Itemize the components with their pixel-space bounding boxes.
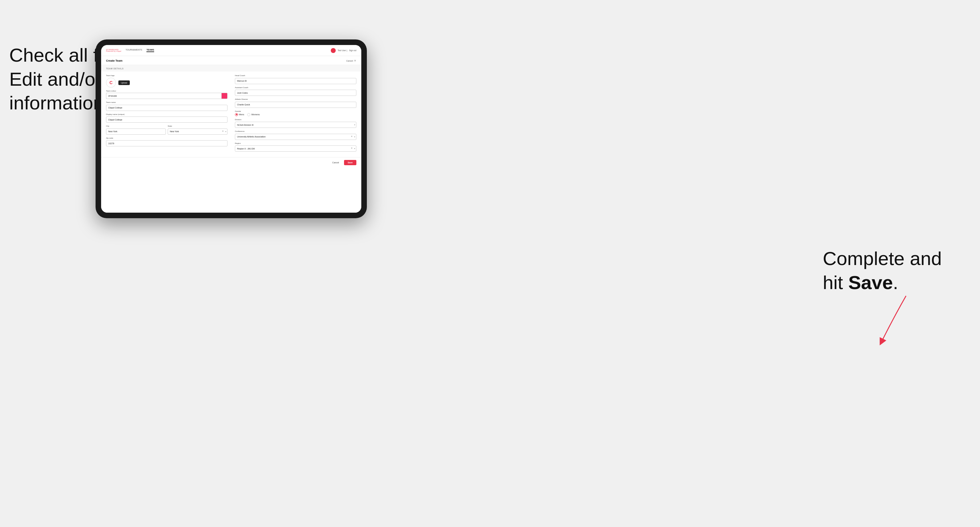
page-title: Create Team bbox=[106, 59, 123, 62]
team-logo-section: Team logo C Upload bbox=[106, 75, 228, 87]
page-header: Create Team Cancel ✕ bbox=[101, 56, 361, 65]
footer-save-button[interactable]: Save bbox=[344, 160, 356, 165]
zip-group: Zip code bbox=[106, 137, 228, 147]
right-arrow-annotation bbox=[857, 293, 918, 354]
gender-womens-radio[interactable] bbox=[247, 113, 250, 116]
nav-logo-sub: Powered by clippd bbox=[106, 51, 121, 52]
form-footer: Cancel Save bbox=[101, 157, 361, 168]
conference-select[interactable]: University Athletic Association bbox=[235, 134, 356, 140]
athletic-director-input[interactable] bbox=[235, 102, 356, 108]
instruction-right-bold: Save bbox=[848, 272, 893, 293]
colour-input-row bbox=[106, 93, 228, 99]
zip-input[interactable] bbox=[106, 140, 228, 146]
nav-user-text: Test User | bbox=[337, 49, 347, 51]
division-select-wrap: NCAA Division III ▾ bbox=[235, 121, 356, 128]
region-group: Region Region II - (M) DIII ✕ ▾ bbox=[235, 142, 356, 152]
region-clear-icon[interactable]: ✕ bbox=[351, 147, 353, 149]
gender-mens-label: Mens bbox=[239, 113, 244, 116]
page-cancel-area[interactable]: Cancel ✕ bbox=[346, 59, 356, 62]
state-group: State ✕ ▾ bbox=[168, 125, 228, 135]
display-name-group: Display name (unique) bbox=[106, 113, 228, 123]
city-state-row: City State ✕ ▾ bbox=[106, 125, 228, 135]
city-label: City bbox=[106, 125, 166, 127]
instruction-right: Complete and hit Save. bbox=[823, 246, 964, 294]
conference-clear-icon[interactable]: ✕ bbox=[351, 135, 353, 138]
gender-group: Gender Mens Womens bbox=[235, 110, 356, 116]
assistant-coach-label: Assistant Coach bbox=[235, 87, 356, 89]
team-colour-input[interactable] bbox=[106, 93, 221, 99]
tablet-frame: SCOREBOARD Powered by clippd TOURNAMENTS… bbox=[95, 40, 367, 218]
logo-circle: C bbox=[106, 78, 116, 87]
form-right-col: Head Coach Assistant Coach Athletic Dire… bbox=[235, 75, 356, 154]
team-name-input[interactable] bbox=[106, 105, 228, 111]
team-logo-label: Team logo bbox=[106, 75, 228, 76]
nav-signout[interactable]: Sign out bbox=[349, 49, 356, 51]
region-select[interactable]: Region II - (M) DIII bbox=[235, 146, 356, 152]
form-left-col: Team logo C Upload Team colour bbox=[106, 75, 228, 154]
team-colour-label: Team colour bbox=[106, 90, 228, 92]
state-dropdown-icon[interactable]: ▾ bbox=[225, 130, 226, 132]
division-select[interactable]: NCAA Division III bbox=[235, 122, 356, 128]
head-coach-group: Head Coach bbox=[235, 75, 356, 84]
team-name-group: Team name bbox=[106, 102, 228, 111]
conference-select-wrap: University Athletic Association ✕ ▾ bbox=[235, 133, 356, 140]
nav-links: TOURNAMENTS TEAMS bbox=[126, 49, 154, 52]
division-group: Division NCAA Division III ▾ bbox=[235, 119, 356, 128]
footer-cancel-button[interactable]: Cancel bbox=[330, 160, 342, 165]
head-coach-input[interactable] bbox=[235, 78, 356, 84]
nav-right: Test User | Sign out bbox=[331, 48, 356, 53]
state-label: State bbox=[168, 125, 228, 127]
city-group: City bbox=[106, 125, 166, 135]
page-cancel-label: Cancel bbox=[346, 60, 353, 62]
logo-letter: C bbox=[110, 80, 113, 85]
section-label: TEAM DETAILS bbox=[101, 65, 361, 71]
athletic-director-label: Athletic Director bbox=[235, 98, 356, 100]
division-label: Division bbox=[235, 119, 356, 121]
gender-womens-option[interactable]: Womens bbox=[247, 113, 260, 116]
gender-womens-label: Womens bbox=[251, 113, 260, 116]
instruction-right-suffix: . bbox=[893, 272, 898, 293]
nav-logo: SCOREBOARD Powered by clippd bbox=[106, 49, 121, 52]
conference-group: Conference University Athletic Associati… bbox=[235, 130, 356, 140]
team-name-label: Team name bbox=[106, 102, 228, 103]
navbar: SCOREBOARD Powered by clippd TOURNAMENTS… bbox=[101, 45, 361, 56]
display-name-label: Display name (unique) bbox=[106, 113, 228, 115]
team-colour-group: Team colour bbox=[106, 90, 228, 99]
athletic-director-group: Athletic Director bbox=[235, 98, 356, 108]
nav-avatar bbox=[331, 48, 336, 53]
main-content: Create Team Cancel ✕ TEAM DETAILS Team l… bbox=[101, 56, 361, 213]
upload-button[interactable]: Upload bbox=[118, 81, 130, 85]
gender-mens-option[interactable]: Mens bbox=[235, 113, 244, 116]
nav-link-teams[interactable]: TEAMS bbox=[146, 49, 154, 52]
form-body: Team logo C Upload Team colour bbox=[101, 71, 361, 157]
gender-label: Gender bbox=[235, 110, 356, 112]
head-coach-label: Head Coach bbox=[235, 75, 356, 76]
zip-label: Zip code bbox=[106, 137, 228, 139]
state-input[interactable] bbox=[168, 129, 228, 135]
state-input-wrap: ✕ ▾ bbox=[168, 128, 228, 135]
assistant-coach-group: Assistant Coach bbox=[235, 87, 356, 96]
gender-mens-radio[interactable] bbox=[235, 113, 238, 116]
colour-swatch[interactable] bbox=[221, 93, 228, 99]
region-label: Region bbox=[235, 142, 356, 144]
tablet-screen: SCOREBOARD Powered by clippd TOURNAMENTS… bbox=[101, 45, 361, 213]
region-select-wrap: Region II - (M) DIII ✕ ▾ bbox=[235, 145, 356, 152]
city-input[interactable] bbox=[106, 129, 166, 135]
conference-label: Conference bbox=[235, 130, 356, 132]
page-cancel-x-icon: ✕ bbox=[354, 59, 356, 62]
gender-row: Mens Womens bbox=[235, 113, 356, 116]
state-clear-icon[interactable]: ✕ bbox=[222, 130, 224, 133]
logo-preview-row: C Upload bbox=[106, 78, 228, 87]
nav-link-tournaments[interactable]: TOURNAMENTS bbox=[126, 49, 142, 52]
display-name-input[interactable] bbox=[106, 116, 228, 123]
assistant-coach-input[interactable] bbox=[235, 90, 356, 96]
